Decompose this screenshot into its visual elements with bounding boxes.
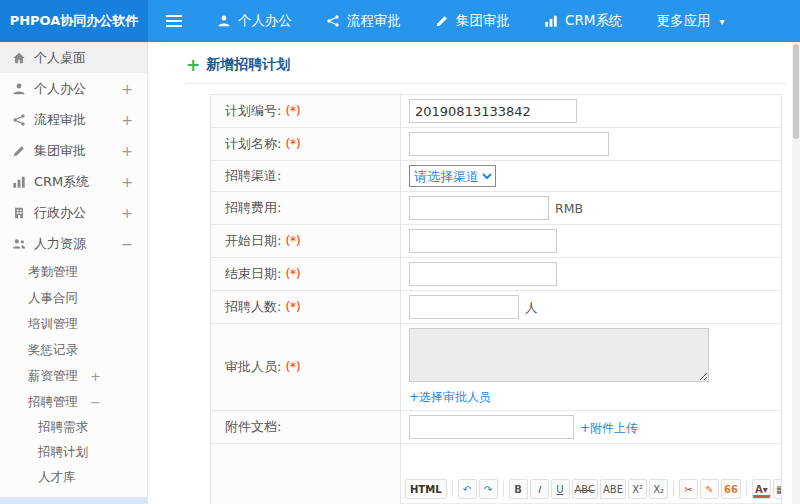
required-mark: (*) bbox=[285, 234, 300, 248]
nav-label: 个人办公 bbox=[238, 12, 292, 30]
sidebar-item-recruitment[interactable]: 招聘管理− bbox=[0, 389, 147, 415]
nav-label: 集团审批 bbox=[456, 12, 510, 30]
sidebar: 个人桌面 个人办公 + 流程审批 + 集团审批 + CRM系统 + 行政办公 +… bbox=[0, 42, 148, 504]
sidebar-item-label: 流程审批 bbox=[34, 111, 86, 129]
vertical-scrollbar[interactable] bbox=[792, 42, 800, 504]
required-mark: (*) bbox=[285, 104, 300, 118]
plan-no-input[interactable] bbox=[409, 99, 577, 123]
sidebar-item-training[interactable]: 培训管理 bbox=[0, 311, 147, 337]
headcount-input[interactable] bbox=[409, 295, 519, 319]
expand-icon[interactable]: + bbox=[121, 206, 133, 220]
field-label: 开始日期: bbox=[225, 233, 281, 248]
sidebar-item-label: 招聘需求 bbox=[38, 419, 88, 436]
plan-name-input[interactable] bbox=[409, 132, 609, 156]
sidebar-item-recruit-demand[interactable]: 招聘需求 bbox=[0, 415, 147, 440]
user-icon bbox=[217, 14, 231, 28]
recruitment-plan-form: 计划编号:(*) 计划名称:(*) 招聘渠道: 请选择渠道 招聘费用: RMB … bbox=[210, 94, 782, 504]
collapse-icon[interactable]: − bbox=[121, 237, 133, 251]
sidebar-item-recruit-plan[interactable]: 招聘计划 bbox=[0, 440, 147, 465]
sidebar-partial-item bbox=[0, 497, 148, 504]
expand-icon[interactable]: + bbox=[121, 82, 133, 96]
expand-icon[interactable]: + bbox=[121, 144, 133, 158]
editor-pen-button[interactable]: ✎ bbox=[700, 479, 719, 499]
nav-process-approval[interactable]: 流程审批 bbox=[309, 0, 418, 42]
end-date-input[interactable] bbox=[409, 262, 557, 286]
user-icon bbox=[12, 82, 26, 96]
sidebar-item-salary[interactable]: 薪资管理+ bbox=[0, 363, 147, 389]
form-row-end-date: 结束日期:(*) bbox=[211, 258, 782, 291]
sidebar-item-admin-office[interactable]: 行政办公 + bbox=[0, 197, 147, 228]
sidebar-item-personal-office[interactable]: 个人办公 + bbox=[0, 73, 147, 104]
home-icon bbox=[12, 51, 26, 65]
sidebar-item-process-approval[interactable]: 流程审批 + bbox=[0, 104, 147, 135]
caret-down-icon: ▾ bbox=[719, 16, 724, 27]
field-label: 计划编号: bbox=[225, 103, 281, 118]
scrollbar-thumb[interactable] bbox=[793, 44, 799, 139]
approver-textarea[interactable] bbox=[409, 328, 709, 382]
choose-approver-link[interactable]: +选择审批人员 bbox=[409, 390, 491, 404]
sidebar-item-group-approval[interactable]: 集团审批 + bbox=[0, 135, 147, 166]
bar-chart-icon bbox=[12, 175, 26, 189]
nav-crm-system[interactable]: CRM系统 bbox=[527, 0, 639, 42]
fee-input[interactable] bbox=[409, 196, 549, 220]
sidebar-item-label: 人才库 bbox=[38, 469, 76, 486]
toolbar-separator bbox=[746, 481, 747, 497]
nav-more-apps[interactable]: 更多应用 ▾ bbox=[639, 0, 741, 42]
sidebar-item-label: 招聘管理 bbox=[28, 394, 78, 411]
sidebar-item-hr[interactable]: 人力资源 − bbox=[0, 228, 147, 259]
editor-toolbar-row1: HTML ↶ ↷ B I U ABC ABE X² X₂ ✂ bbox=[401, 475, 781, 504]
form-row-plan-name: 计划名称:(*) bbox=[211, 128, 782, 161]
sidebar-item-label: 人事合同 bbox=[28, 290, 78, 307]
editor-redo-button[interactable]: ↷ bbox=[479, 479, 498, 499]
collapse-icon[interactable]: − bbox=[90, 395, 101, 410]
required-mark: (*) bbox=[285, 137, 300, 151]
currency-suffix: RMB bbox=[555, 201, 583, 216]
sidebar-item-hr-contract[interactable]: 人事合同 bbox=[0, 285, 147, 311]
form-row-channel: 招聘渠道: 请选择渠道 bbox=[211, 161, 782, 192]
editor-italic-button[interactable]: I bbox=[530, 479, 549, 499]
editor-font-color-button[interactable]: A▾ bbox=[752, 479, 771, 499]
channel-select[interactable]: 请选择渠道 bbox=[409, 165, 496, 187]
sidebar-item-crm[interactable]: CRM系统 + bbox=[0, 166, 147, 197]
editor-subscript-button[interactable]: X₂ bbox=[649, 479, 668, 499]
editor-format-button[interactable]: ABE bbox=[600, 479, 626, 499]
nav-personal-office[interactable]: 个人办公 bbox=[200, 0, 309, 42]
editor-undo-button[interactable]: ↶ bbox=[458, 479, 477, 499]
sidebar-item-talent-pool[interactable]: 人才库 bbox=[0, 465, 147, 490]
expand-icon[interactable]: + bbox=[90, 369, 101, 384]
sidebar-item-desktop[interactable]: 个人桌面 bbox=[0, 42, 147, 73]
flow-icon bbox=[12, 113, 26, 127]
field-label: 招聘人数: bbox=[225, 299, 281, 314]
start-date-input[interactable] bbox=[409, 229, 557, 253]
building-icon bbox=[12, 206, 26, 220]
sidebar-item-label: 培训管理 bbox=[28, 316, 78, 333]
form-row-start-date: 开始日期:(*) bbox=[211, 225, 782, 258]
nav-group-approval[interactable]: 集团审批 bbox=[418, 0, 527, 42]
expand-icon[interactable]: + bbox=[121, 175, 133, 189]
editor-table-button[interactable]: ▦▾ bbox=[773, 479, 781, 499]
sidebar-item-label: 个人办公 bbox=[34, 80, 86, 98]
sidebar-item-label: 个人桌面 bbox=[34, 49, 86, 67]
sidebar-item-label: 考勤管理 bbox=[28, 264, 78, 281]
sidebar-item-attendance[interactable]: 考勤管理 bbox=[0, 259, 147, 285]
nav-label: 更多应用 bbox=[656, 12, 710, 30]
menu-toggle-icon[interactable] bbox=[148, 0, 200, 42]
expand-icon[interactable]: + bbox=[121, 113, 133, 127]
editor-underline-button[interactable]: U bbox=[551, 479, 570, 499]
attachment-upload-link[interactable]: +附件上传 bbox=[580, 421, 638, 435]
required-mark: (*) bbox=[285, 300, 300, 314]
sidebar-item-rewards[interactable]: 奖惩记录 bbox=[0, 337, 147, 363]
editor-blockquote-button[interactable]: 66 bbox=[721, 479, 741, 499]
flow-icon bbox=[326, 14, 340, 28]
edit-icon bbox=[435, 14, 449, 28]
attachment-input[interactable] bbox=[409, 415, 574, 439]
toolbar-separator bbox=[452, 481, 453, 497]
editor-superscript-button[interactable]: X² bbox=[628, 479, 647, 499]
editor-bold-button[interactable]: B bbox=[509, 479, 528, 499]
field-label: 计划名称: bbox=[225, 136, 281, 151]
editor-cut-button[interactable]: ✂ bbox=[679, 479, 698, 499]
sidebar-item-label: 薪资管理 bbox=[28, 368, 78, 385]
editor-source-button[interactable]: HTML bbox=[405, 479, 447, 499]
editor-strikethrough-button[interactable]: ABC bbox=[572, 479, 599, 499]
field-label: 结束日期: bbox=[225, 266, 281, 281]
